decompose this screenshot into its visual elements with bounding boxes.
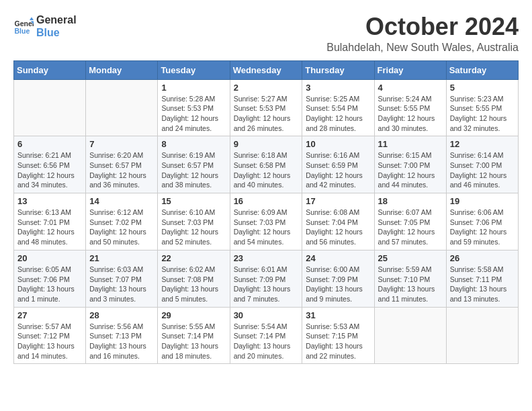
day-number: 7 [89, 139, 154, 149]
day-info: Sunrise: 5:28 AM Sunset: 5:53 PM Dayligh… [161, 94, 226, 134]
calendar-cell: 15Sunrise: 6:10 AM Sunset: 7:03 PM Dayli… [158, 193, 230, 250]
day-info: Sunrise: 6:14 AM Sunset: 7:00 PM Dayligh… [450, 150, 515, 190]
day-number: 8 [161, 139, 226, 149]
calendar-cell: 12Sunrise: 6:14 AM Sunset: 7:00 PM Dayli… [446, 136, 518, 193]
day-info: Sunrise: 5:27 AM Sunset: 5:53 PM Dayligh… [234, 94, 299, 134]
calendar-cell: 25Sunrise: 5:59 AM Sunset: 7:10 PM Dayli… [374, 250, 446, 307]
calendar-cell: 11Sunrise: 6:15 AM Sunset: 7:00 PM Dayli… [374, 136, 446, 193]
day-info: Sunrise: 6:07 AM Sunset: 7:05 PM Dayligh… [378, 208, 443, 247]
day-number: 25 [378, 253, 443, 263]
day-info: Sunrise: 5:54 AM Sunset: 7:14 PM Dayligh… [234, 322, 299, 361]
logo-text-line2: Blue [36, 26, 77, 39]
calendar-cell: 14Sunrise: 6:12 AM Sunset: 7:02 PM Dayli… [86, 193, 158, 250]
day-number: 4 [378, 83, 443, 93]
calendar-cell: 4Sunrise: 5:24 AM Sunset: 5:55 PM Daylig… [374, 79, 446, 136]
day-number: 6 [17, 139, 82, 149]
calendar-cell: 22Sunrise: 6:02 AM Sunset: 7:08 PM Dayli… [158, 250, 230, 307]
logo-icon: General Blue [13, 16, 34, 36]
calendar-week-row: 6Sunrise: 6:21 AM Sunset: 6:56 PM Daylig… [14, 136, 519, 193]
day-number: 13 [17, 196, 82, 206]
day-number: 17 [306, 196, 370, 206]
calendar-cell: 29Sunrise: 5:55 AM Sunset: 7:14 PM Dayli… [158, 307, 230, 364]
day-number: 26 [450, 253, 515, 263]
day-number: 9 [234, 139, 299, 149]
day-number: 28 [89, 310, 154, 320]
calendar-body: 1Sunrise: 5:28 AM Sunset: 5:53 PM Daylig… [14, 79, 519, 364]
weekday-header-sunday: Sunday [14, 60, 86, 79]
calendar-cell: 6Sunrise: 6:21 AM Sunset: 6:56 PM Daylig… [14, 136, 86, 193]
day-info: Sunrise: 6:20 AM Sunset: 6:57 PM Dayligh… [89, 150, 154, 190]
day-info: Sunrise: 5:55 AM Sunset: 7:14 PM Dayligh… [161, 322, 226, 361]
day-info: Sunrise: 6:21 AM Sunset: 6:56 PM Dayligh… [17, 150, 82, 190]
day-info: Sunrise: 5:59 AM Sunset: 7:10 PM Dayligh… [378, 265, 443, 304]
calendar-header: SundayMondayTuesdayWednesdayThursdayFrid… [14, 60, 519, 79]
day-info: Sunrise: 5:23 AM Sunset: 5:55 PM Dayligh… [450, 94, 515, 134]
calendar-cell: 27Sunrise: 5:57 AM Sunset: 7:12 PM Dayli… [14, 307, 86, 364]
weekday-header-wednesday: Wednesday [230, 60, 302, 79]
calendar-week-row: 20Sunrise: 6:05 AM Sunset: 7:06 PM Dayli… [14, 250, 519, 307]
day-number: 19 [450, 196, 515, 206]
day-number: 21 [89, 253, 154, 263]
calendar-cell: 10Sunrise: 6:16 AM Sunset: 6:59 PM Dayli… [302, 136, 374, 193]
calendar-cell: 20Sunrise: 6:05 AM Sunset: 7:06 PM Dayli… [14, 250, 86, 307]
calendar-week-row: 13Sunrise: 6:13 AM Sunset: 7:01 PM Dayli… [14, 193, 519, 250]
day-info: Sunrise: 6:02 AM Sunset: 7:08 PM Dayligh… [161, 265, 226, 304]
day-info: Sunrise: 6:08 AM Sunset: 7:04 PM Dayligh… [306, 208, 370, 247]
calendar-cell [14, 79, 86, 136]
main-title: October 2024 [326, 13, 519, 40]
day-info: Sunrise: 5:53 AM Sunset: 7:15 PM Dayligh… [306, 322, 370, 361]
day-number: 24 [306, 253, 370, 263]
day-number: 10 [306, 139, 370, 149]
calendar-cell: 28Sunrise: 5:56 AM Sunset: 7:13 PM Dayli… [86, 307, 158, 364]
weekday-header-thursday: Thursday [302, 60, 374, 79]
page-header: General Blue General Blue October 2024 B… [13, 13, 519, 54]
calendar-table: SundayMondayTuesdayWednesdayThursdayFrid… [13, 60, 519, 365]
calendar-cell [446, 307, 518, 364]
day-number: 1 [161, 83, 226, 93]
calendar-cell: 8Sunrise: 6:19 AM Sunset: 6:57 PM Daylig… [158, 136, 230, 193]
calendar-week-row: 1Sunrise: 5:28 AM Sunset: 5:53 PM Daylig… [14, 79, 519, 136]
day-number: 29 [161, 310, 226, 320]
day-number: 30 [234, 310, 299, 320]
day-info: Sunrise: 5:25 AM Sunset: 5:54 PM Dayligh… [306, 94, 370, 134]
day-info: Sunrise: 6:12 AM Sunset: 7:02 PM Dayligh… [89, 208, 154, 247]
day-info: Sunrise: 5:57 AM Sunset: 7:12 PM Dayligh… [17, 322, 82, 361]
day-info: Sunrise: 6:01 AM Sunset: 7:09 PM Dayligh… [234, 265, 299, 304]
calendar-cell: 30Sunrise: 5:54 AM Sunset: 7:14 PM Dayli… [230, 307, 302, 364]
day-number: 2 [234, 83, 299, 93]
day-info: Sunrise: 6:00 AM Sunset: 7:09 PM Dayligh… [306, 265, 370, 304]
day-info: Sunrise: 6:18 AM Sunset: 6:58 PM Dayligh… [234, 150, 299, 190]
day-info: Sunrise: 6:16 AM Sunset: 6:59 PM Dayligh… [306, 150, 370, 190]
calendar-cell: 24Sunrise: 6:00 AM Sunset: 7:09 PM Dayli… [302, 250, 374, 307]
calendar-cell: 9Sunrise: 6:18 AM Sunset: 6:58 PM Daylig… [230, 136, 302, 193]
day-info: Sunrise: 6:19 AM Sunset: 6:57 PM Dayligh… [161, 150, 226, 190]
calendar-cell: 16Sunrise: 6:09 AM Sunset: 7:03 PM Dayli… [230, 193, 302, 250]
calendar-cell: 7Sunrise: 6:20 AM Sunset: 6:57 PM Daylig… [86, 136, 158, 193]
day-info: Sunrise: 5:58 AM Sunset: 7:11 PM Dayligh… [450, 265, 515, 304]
calendar-cell: 5Sunrise: 5:23 AM Sunset: 5:55 PM Daylig… [446, 79, 518, 136]
day-number: 31 [306, 310, 370, 320]
weekday-header-row: SundayMondayTuesdayWednesdayThursdayFrid… [14, 60, 519, 79]
day-info: Sunrise: 6:05 AM Sunset: 7:06 PM Dayligh… [17, 265, 82, 304]
day-number: 14 [89, 196, 154, 206]
day-info: Sunrise: 6:09 AM Sunset: 7:03 PM Dayligh… [234, 208, 299, 247]
calendar-cell: 13Sunrise: 6:13 AM Sunset: 7:01 PM Dayli… [14, 193, 86, 250]
calendar-cell: 19Sunrise: 6:06 AM Sunset: 7:06 PM Dayli… [446, 193, 518, 250]
day-info: Sunrise: 6:06 AM Sunset: 7:06 PM Dayligh… [450, 208, 515, 247]
day-number: 11 [378, 139, 443, 149]
weekday-header-tuesday: Tuesday [158, 60, 230, 79]
weekday-header-monday: Monday [86, 60, 158, 79]
location-subtitle: Bulahdelah, New South Wales, Australia [326, 42, 519, 54]
calendar-cell: 1Sunrise: 5:28 AM Sunset: 5:53 PM Daylig… [158, 79, 230, 136]
calendar-cell [374, 307, 446, 364]
calendar-cell: 17Sunrise: 6:08 AM Sunset: 7:04 PM Dayli… [302, 193, 374, 250]
day-info: Sunrise: 5:56 AM Sunset: 7:13 PM Dayligh… [89, 322, 154, 361]
calendar-cell: 26Sunrise: 5:58 AM Sunset: 7:11 PM Dayli… [446, 250, 518, 307]
calendar-cell: 21Sunrise: 6:03 AM Sunset: 7:07 PM Dayli… [86, 250, 158, 307]
calendar-cell: 23Sunrise: 6:01 AM Sunset: 7:09 PM Dayli… [230, 250, 302, 307]
day-number: 16 [234, 196, 299, 206]
day-number: 18 [378, 196, 443, 206]
calendar-cell [86, 79, 158, 136]
calendar-cell: 18Sunrise: 6:07 AM Sunset: 7:05 PM Dayli… [374, 193, 446, 250]
day-number: 12 [450, 139, 515, 149]
